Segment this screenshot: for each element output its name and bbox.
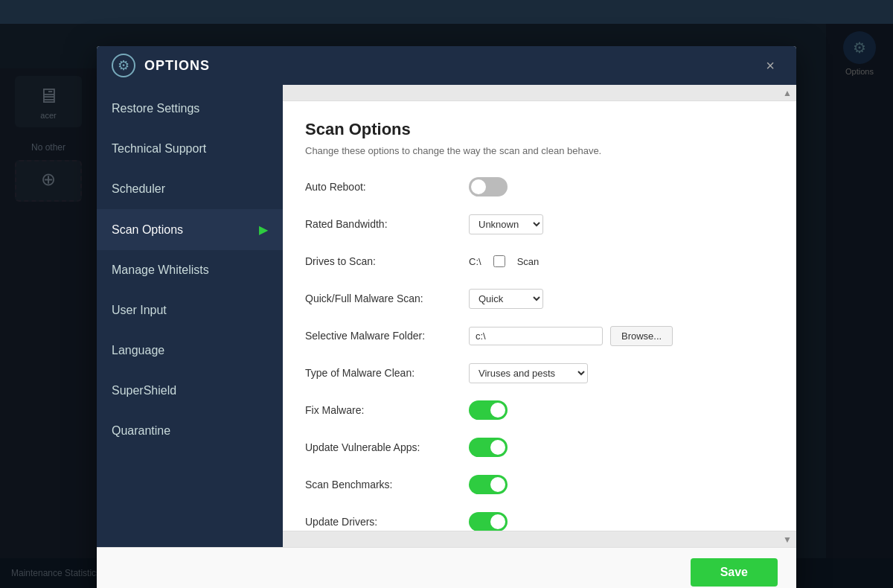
select-scan-type[interactable]: Quick Full — [469, 289, 543, 309]
option-selective-folder: Selective Malware Folder: Browse... — [305, 324, 781, 348]
option-label-update-vulnerable: Update Vulnerable Apps: — [305, 441, 469, 453]
modal-content: Scan Options Change these options to cha… — [283, 101, 796, 531]
modal-body: Restore Settings Technical Support Sched… — [97, 85, 796, 547]
modal-header-left: ⚙ OPTIONS — [112, 54, 210, 77]
nav-label-user-input: User Input — [112, 304, 167, 317]
modal-overlay: ⚙ OPTIONS × Restore Settings Technical S… — [0, 24, 893, 588]
nav-item-quarantine[interactable]: Quarantine — [97, 411, 283, 451]
option-update-drivers: Update Drivers: — [305, 510, 781, 531]
toggle-thumb-update-vulnerable — [490, 440, 505, 455]
option-auto-reboot: Auto Reboot: — [305, 175, 781, 199]
option-rated-bandwidth: Rated Bandwidth: Unknown Low Medium High — [305, 212, 781, 236]
modal-options-icon: ⚙ — [112, 54, 135, 77]
nav-label-manage-whitelists: Manage Whitelists — [112, 263, 209, 277]
option-scan-benchmarks: Scan Benchmarks: — [305, 473, 781, 496]
option-control-update-vulnerable — [469, 438, 508, 457]
nav-label-restore: Restore Settings — [112, 102, 199, 115]
input-selective-folder[interactable] — [469, 327, 603, 345]
toggle-thumb-update-drivers — [490, 514, 505, 529]
nav-item-manage-whitelists[interactable]: Manage Whitelists — [97, 250, 283, 290]
nav-label-quarantine: Quarantine — [112, 424, 170, 438]
nav-item-scheduler[interactable]: Scheduler — [97, 169, 283, 209]
scroll-up-area: ▲ — [283, 85, 796, 101]
nav-item-scan-options[interactable]: Scan Options ▶ — [97, 209, 283, 250]
option-label-rated-bandwidth: Rated Bandwidth: — [305, 218, 469, 230]
option-control-auto-reboot — [469, 177, 508, 196]
nav-arrow-icon: ▶ — [259, 223, 268, 237]
option-control-quick-full-scan: Quick Full — [469, 289, 543, 309]
options-modal: ⚙ OPTIONS × Restore Settings Technical S… — [97, 46, 796, 588]
toggle-thumb-scan-benchmarks — [490, 477, 505, 492]
option-label-scan-benchmarks: Scan Benchmarks: — [305, 479, 469, 490]
option-control-scan-benchmarks — [469, 475, 508, 494]
toggle-fix-malware[interactable] — [469, 400, 508, 420]
scroll-down-area: ▼ — [283, 531, 796, 547]
nav-item-supershield[interactable]: SuperShield — [97, 371, 283, 411]
toggle-update-drivers[interactable] — [469, 512, 508, 531]
option-label-selective-folder: Selective Malware Folder: — [305, 330, 469, 342]
option-fix-malware: Fix Malware: — [305, 398, 781, 422]
toggle-track-update-drivers — [469, 512, 508, 531]
option-label-auto-reboot: Auto Reboot: — [305, 181, 469, 193]
option-control-malware-clean: Viruses and pests All threats Custom — [469, 363, 588, 383]
toggle-track-update-vulnerable — [469, 438, 508, 457]
browse-button[interactable]: Browse... — [610, 326, 673, 346]
toggle-track-scan-benchmarks — [469, 475, 508, 494]
toggle-thumb-fix-malware — [490, 403, 505, 418]
option-control-rated-bandwidth: Unknown Low Medium High — [469, 214, 543, 234]
modal-nav: Restore Settings Technical Support Sched… — [97, 85, 283, 547]
option-control-selective-folder: Browse... — [469, 326, 673, 346]
option-control-update-drivers — [469, 512, 508, 531]
scan-label: Scan — [517, 256, 540, 267]
select-malware-clean[interactable]: Viruses and pests All threats Custom — [469, 363, 588, 383]
nav-item-restore[interactable]: Restore Settings — [97, 89, 283, 129]
nav-label-scan-options: Scan Options — [112, 223, 183, 237]
option-label-drives-to-scan: Drives to Scan: — [305, 255, 469, 267]
toggle-update-vulnerable[interactable] — [469, 438, 508, 457]
content-wrapper: ▲ Scan Options Change these options to c… — [283, 85, 796, 547]
option-malware-clean: Type of Malware Clean: Viruses and pests… — [305, 361, 781, 385]
content-title: Scan Options — [305, 120, 781, 139]
nav-item-language[interactable]: Language — [97, 330, 283, 371]
modal-close-button[interactable]: × — [759, 54, 781, 77]
content-subtitle: Change these options to change the way t… — [305, 145, 781, 156]
option-drives-to-scan: Drives to Scan: C:\ Scan — [305, 249, 781, 273]
nav-item-tech-support[interactable]: Technical Support — [97, 129, 283, 169]
option-control-drives-to-scan: C:\ Scan — [469, 255, 539, 267]
select-rated-bandwidth[interactable]: Unknown Low Medium High — [469, 214, 543, 234]
nav-label-tech-support: Technical Support — [112, 142, 206, 156]
nav-label-language: Language — [112, 344, 164, 357]
toggle-auto-reboot[interactable] — [469, 177, 508, 196]
drive-label: C:\ — [469, 256, 481, 267]
toggle-scan-benchmarks[interactable] — [469, 475, 508, 494]
option-label-update-drivers: Update Drivers: — [305, 516, 469, 528]
option-label-quick-full-scan: Quick/Full Malware Scan: — [305, 293, 469, 304]
nav-item-user-input[interactable]: User Input — [97, 290, 283, 330]
nav-label-supershield: SuperShield — [112, 384, 176, 397]
toggle-thumb-auto-reboot — [471, 179, 486, 194]
toggle-track-fix-malware — [469, 400, 508, 420]
modal-header: ⚙ OPTIONS × — [97, 46, 796, 85]
option-control-fix-malware — [469, 400, 508, 420]
option-label-malware-clean: Type of Malware Clean: — [305, 367, 469, 379]
scroll-down-button[interactable]: ▼ — [783, 534, 792, 545]
option-update-vulnerable: Update Vulnerable Apps: — [305, 435, 781, 459]
option-label-fix-malware: Fix Malware: — [305, 404, 469, 416]
checkbox-drive-c[interactable] — [493, 255, 505, 267]
modal-footer: Save — [97, 547, 796, 588]
option-quick-full-scan: Quick/Full Malware Scan: Quick Full — [305, 287, 781, 310]
toggle-track-auto-reboot — [469, 177, 508, 196]
save-button[interactable]: Save — [691, 558, 778, 587]
modal-title: OPTIONS — [144, 58, 210, 74]
scroll-up-button[interactable]: ▲ — [783, 88, 792, 98]
nav-label-scheduler: Scheduler — [112, 182, 165, 196]
